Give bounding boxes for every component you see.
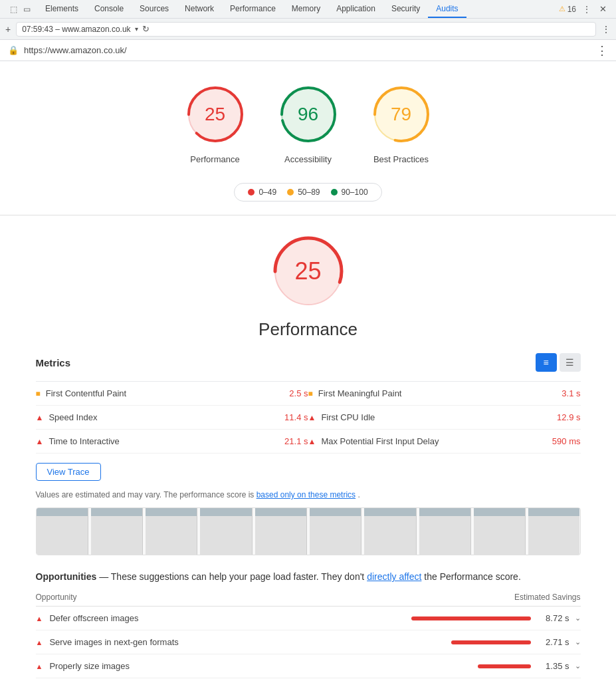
legend-dot-red [248, 189, 255, 196]
close-button[interactable]: ✕ [597, 4, 608, 15]
tab-security[interactable]: Security [383, 0, 428, 18]
score-label-accessibility: Accessibility [284, 154, 332, 164]
toolbar-right: ⚠ 16 ⋮ ✕ [554, 4, 613, 15]
opp-chevron-2[interactable]: ⌄ [575, 638, 581, 646]
fmp-name: First Meaningful Paint [318, 388, 557, 398]
url-text: https://www.amazon.co.uk/ [24, 45, 591, 55]
device-icon[interactable]: ▭ [21, 4, 32, 15]
score-circle-accessibility: 96 [275, 81, 342, 148]
tab-memory[interactable]: Memory [284, 0, 328, 18]
mpfid-value: 590 ms [552, 436, 581, 446]
perf-score-number: 25 [294, 257, 321, 285]
warning-count: 16 [567, 5, 576, 14]
filmstrip-frame-10 [528, 508, 579, 555]
opp-bar-3 [478, 664, 531, 668]
legend-label-green: 90–100 [342, 188, 368, 197]
opp-header: Opportunities — These suggestions can he… [36, 571, 581, 582]
new-tab-button[interactable]: + [5, 24, 11, 35]
tti-name: Time to Interactive [49, 436, 279, 446]
si-name: Speed Index [49, 412, 279, 422]
mpfid-icon: ▲ [308, 437, 316, 446]
mpfid-name: Max Potential First Input Delay [321, 436, 546, 446]
legend-dot-green [331, 189, 338, 196]
metric-tti: ▲ Time to Interactive 21.1 s [36, 430, 308, 454]
filmstrip-frame-9 [474, 508, 526, 555]
opp-value-3: 1.35 s [536, 661, 569, 671]
performance-section: 25 Performance Metrics ≡ ☰ ■ First Conte… [0, 215, 616, 681]
filmstrip-frame-8 [419, 508, 471, 555]
legend: 0–49 50–89 90–100 [234, 183, 381, 202]
view-trace-button[interactable]: View Trace [36, 463, 101, 481]
filmstrip [36, 507, 581, 555]
lock-icon: 🔒 [8, 45, 19, 55]
score-label-performance: Performance [190, 154, 239, 164]
filmstrip-frame-5 [255, 508, 307, 555]
dropdown-icon: ▾ [135, 25, 138, 33]
legend-dot-orange [287, 189, 294, 196]
scores-section: 25 Performance 96 Accessibility [0, 61, 616, 215]
filmstrip-frame-1 [37, 508, 88, 555]
warning-badge: ⚠ 16 [559, 5, 576, 14]
tab-bar: Elements Console Sources Network Perform… [37, 0, 554, 18]
tab-sources[interactable]: Sources [132, 0, 177, 18]
metric-fci: ▲ First CPU Idle 12.9 s [308, 406, 581, 430]
url-more-icon[interactable]: ⋮ [596, 43, 608, 58]
opp-name-2: Serve images in next-gen formats [49, 637, 401, 647]
grid-view-button[interactable]: ≡ [536, 353, 557, 372]
opp-bar-area-2: 2.71 s ⌄ [408, 637, 581, 647]
opp-title: Opportunities [36, 571, 97, 582]
opp-chevron-1[interactable]: ⌄ [575, 614, 581, 622]
score-circle-best-practices: 79 [368, 81, 435, 148]
opp-row-2[interactable]: ▲ Serve images in next-gen formats 2.71 … [36, 630, 581, 654]
tab-network[interactable]: Network [177, 0, 222, 18]
legend-item-orange: 50–89 [287, 188, 320, 197]
opp-bar-1 [411, 616, 531, 620]
tab-elements[interactable]: Elements [37, 0, 86, 18]
opp-name-3: Properly size images [49, 661, 401, 671]
metric-si: ▲ Speed Index 11.4 s [36, 406, 308, 430]
score-circle-performance: 25 [182, 81, 249, 148]
tab-console[interactable]: Console [86, 0, 132, 18]
list-view-button[interactable]: ☰ [560, 353, 581, 372]
legend-item-green: 90–100 [331, 188, 368, 197]
fcp-icon: ■ [36, 389, 41, 398]
score-value-best-practices: 79 [391, 104, 411, 125]
col-savings: Estimated Savings [514, 593, 580, 602]
more-icon[interactable]: ⋮ [581, 4, 592, 15]
tab-performance[interactable]: Performance [222, 0, 284, 18]
si-value: 11.4 s [284, 412, 308, 422]
tab-audits[interactable]: Audits [428, 0, 466, 18]
filmstrip-frame-4 [200, 508, 252, 555]
metrics-right-col: ■ First Meaningful Paint 3.1 s ▲ First C… [308, 382, 581, 454]
opp-row-4[interactable]: ▲ Efficiently encode images 1.35 s ⌄ [36, 678, 581, 681]
opp-row-3[interactable]: ▲ Properly size images 1.35 s ⌄ [36, 654, 581, 678]
scores-row: 25 Performance 96 Accessibility [182, 81, 435, 164]
fcp-value: 2.5 s [289, 388, 308, 398]
refresh-icon[interactable]: ↻ [142, 24, 150, 34]
tti-value: 21.1 s [284, 436, 308, 446]
disclaimer-link[interactable]: based only on these metrics [257, 490, 356, 499]
opp-subtitle-end: the Performance score. [424, 571, 521, 582]
opp-value-1: 8.72 s [536, 613, 569, 623]
fcp-name: First Contentful Paint [46, 388, 284, 398]
address-field[interactable]: 07:59:43 – www.amazon.co.uk ▾ ↻ [16, 22, 596, 37]
tab-application[interactable]: Application [328, 0, 383, 18]
metrics-left-col: ■ First Contentful Paint 2.5 s ▲ Speed I… [36, 382, 308, 454]
perf-score-circle: 25 [268, 231, 348, 311]
opp-subtitle: — These suggestions can help your page l… [99, 571, 367, 582]
opp-row-1[interactable]: ▲ Defer offscreen images 8.72 s ⌄ [36, 607, 581, 630]
metric-fcp: ■ First Contentful Paint 2.5 s [36, 382, 308, 406]
inspect-icon[interactable]: ⬚ [8, 4, 19, 15]
fmp-value: 3.1 s [562, 388, 580, 398]
opportunities-section: Opportunities — These suggestions can he… [36, 571, 581, 681]
opp-chevron-3[interactable]: ⌄ [575, 662, 581, 670]
address-more-icon[interactable]: ⋮ [601, 24, 611, 35]
toolbar-icons: ⬚ ▭ [3, 4, 37, 15]
metrics-section: Metrics ≡ ☰ ■ First Contentful Paint 2.5… [36, 353, 581, 571]
score-item-accessibility: 96 Accessibility [275, 81, 342, 164]
opp-link[interactable]: directly affect [367, 571, 421, 582]
metrics-header: Metrics ≡ ☰ [36, 353, 581, 372]
opp-bar-area-3: 1.35 s ⌄ [408, 661, 581, 671]
opp-value-2: 2.71 s [536, 637, 569, 647]
si-icon: ▲ [36, 413, 44, 422]
